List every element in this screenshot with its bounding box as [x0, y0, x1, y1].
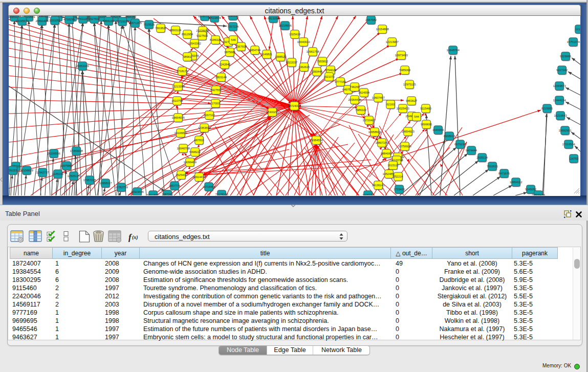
- svg-text:12353594: 12353594: [198, 126, 211, 129]
- svg-text:8938913: 8938913: [444, 135, 455, 138]
- svg-text:2935114: 2935114: [476, 156, 488, 159]
- svg-text:116753: 116753: [569, 157, 579, 160]
- svg-text:9777169: 9777169: [335, 80, 346, 83]
- svg-text:1621072: 1621072: [323, 75, 335, 78]
- svg-text:8322037: 8322037: [286, 61, 298, 64]
- svg-text:20053346: 20053346: [76, 64, 89, 68]
- svg-text:3875685: 3875685: [224, 51, 236, 54]
- svg-text:9699695: 9699695: [421, 123, 432, 126]
- svg-text:2242848: 2242848: [219, 63, 231, 66]
- svg-text:987833: 987833: [194, 139, 205, 142]
- svg-text:16671355: 16671355: [128, 21, 142, 25]
- svg-text:1527602: 1527602: [89, 17, 100, 20]
- svg-text:10958117: 10958117: [99, 182, 113, 185]
- svg-text:12156829: 12156829: [20, 169, 33, 172]
- svg-text:10719155: 10719155: [116, 20, 129, 23]
- svg-text:8186328: 8186328: [210, 38, 222, 41]
- svg-text:19654923: 19654923: [401, 130, 415, 133]
- svg-text:18807249: 18807249: [375, 141, 388, 144]
- svg-text:16914479: 16914479: [192, 176, 206, 179]
- svg-text:544: 544: [414, 115, 419, 118]
- svg-text:9146821: 9146821: [261, 53, 273, 56]
- svg-text:18300295: 18300295: [266, 111, 279, 114]
- svg-text:5098393: 5098393: [227, 16, 239, 17]
- svg-text:73178108: 73178108: [215, 193, 228, 195]
- svg-text:746266: 746266: [350, 85, 360, 89]
- svg-text:19654935: 19654935: [171, 116, 185, 119]
- svg-text:10607467: 10607467: [372, 96, 385, 99]
- svg-text:7485063: 7485063: [399, 69, 411, 72]
- svg-text:12923446: 12923446: [130, 190, 144, 193]
- svg-text:12093873: 12093873: [553, 84, 566, 87]
- svg-text:3387262: 3387262: [162, 193, 173, 195]
- svg-text:12942737: 12942737: [36, 171, 49, 174]
- svg-text:17359938: 17359938: [70, 149, 83, 152]
- svg-text:9327509: 9327509: [197, 34, 208, 37]
- svg-text:10654112: 10654112: [510, 181, 523, 184]
- svg-text:1733426: 1733426: [394, 188, 405, 191]
- svg-text:9463627: 9463627: [406, 99, 418, 102]
- svg-text:8454749: 8454749: [249, 49, 261, 52]
- svg-text:37631165: 37631165: [77, 17, 90, 20]
- svg-text:7955812: 7955812: [317, 60, 329, 63]
- svg-text:20364436: 20364436: [348, 98, 361, 101]
- svg-text:10543382: 10543382: [188, 42, 201, 45]
- svg-text:3624554: 3624554: [358, 91, 370, 94]
- svg-text:10756928: 10756928: [398, 145, 411, 148]
- svg-text:3267110: 3267110: [204, 114, 215, 117]
- svg-text:10046708: 10046708: [177, 147, 190, 150]
- svg-text:1031051: 1031051: [49, 19, 61, 22]
- svg-text:16648784: 16648784: [446, 49, 460, 52]
- svg-text:15720407: 15720407: [362, 119, 376, 122]
- svg-text:9657774: 9657774: [169, 184, 181, 187]
- svg-text:14136141: 14136141: [372, 184, 385, 187]
- svg-text:6794028: 6794028: [325, 69, 337, 72]
- svg-text:19384554: 19384554: [310, 139, 323, 142]
- svg-text:1990448: 1990448: [311, 70, 323, 73]
- svg-text:17957225: 17957225: [83, 179, 96, 182]
- svg-text:10973493: 10973493: [395, 54, 408, 57]
- svg-text:9474444: 9474444: [466, 149, 477, 152]
- svg-text:6679197: 6679197: [454, 143, 466, 146]
- svg-text:18724007: 18724007: [288, 104, 301, 107]
- svg-text:39153: 39153: [9, 169, 17, 172]
- svg-text:16640910: 16640910: [297, 40, 310, 43]
- svg-text:7515526: 7515526: [143, 23, 155, 26]
- svg-text:8912954: 8912954: [182, 33, 193, 36]
- svg-text:7986322: 7986322: [355, 108, 367, 112]
- svg-text:14035572: 14035572: [15, 19, 29, 23]
- svg-text:62160: 62160: [386, 103, 395, 106]
- svg-text:1362615: 1362615: [298, 65, 310, 69]
- svg-text:12213393: 12213393: [171, 85, 185, 88]
- svg-text:1326773: 1326773: [362, 193, 374, 195]
- svg-text:13716485: 13716485: [202, 185, 215, 188]
- svg-text:2087682: 2087682: [365, 18, 377, 21]
- svg-text:15751074: 15751074: [567, 40, 580, 43]
- svg-text:2803144: 2803144: [215, 76, 227, 79]
- svg-text:8660124: 8660124: [170, 29, 182, 32]
- svg-text:17000: 17000: [211, 102, 220, 105]
- svg-text:8427552: 8427552: [210, 89, 222, 92]
- svg-text:98961: 98961: [183, 55, 192, 58]
- svg-text:14099489: 14099489: [183, 161, 197, 164]
- svg-text:02606474: 02606474: [532, 193, 545, 195]
- svg-text:67010651: 67010651: [146, 193, 160, 195]
- svg-text:546: 546: [231, 38, 236, 41]
- svg-text:8215955: 8215955: [541, 107, 553, 110]
- svg-text:26206556: 26206556: [47, 152, 60, 155]
- svg-text:4738299: 4738299: [63, 18, 75, 21]
- svg-text:7357224: 7357224: [227, 25, 239, 28]
- svg-text:10658609: 10658609: [368, 130, 381, 134]
- svg-text:12505135: 12505135: [67, 174, 80, 178]
- svg-text:9115460: 9115460: [420, 107, 431, 110]
- svg-text:12213987: 12213987: [385, 40, 399, 43]
- svg-text:1325419: 1325419: [289, 33, 301, 36]
- svg-text:1588520: 1588520: [275, 55, 287, 58]
- svg-text:7632621: 7632621: [487, 165, 498, 168]
- svg-text:9884067: 9884067: [381, 152, 393, 155]
- svg-text:12444154: 12444154: [553, 99, 566, 102]
- svg-text:9245052: 9245052: [525, 188, 537, 191]
- svg-text:19218906: 19218906: [278, 24, 292, 27]
- svg-text:2367608: 2367608: [235, 45, 247, 48]
- svg-text:1610755: 1610755: [171, 99, 183, 102]
